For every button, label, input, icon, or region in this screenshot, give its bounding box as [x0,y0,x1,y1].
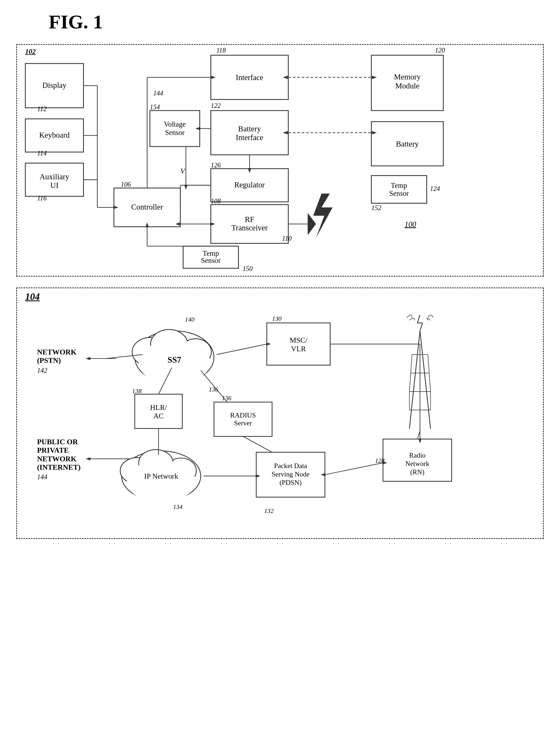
svg-text:132: 132 [264,507,274,514]
svg-text:Interface: Interface [236,73,263,82]
svg-text:(PSTN): (PSTN) [37,356,61,364]
svg-text:136: 136 [209,386,218,393]
svg-text:120: 120 [435,46,445,54]
svg-text:152: 152 [371,204,381,212]
bottom-section: 104 NETWORK (PSTN) 142 PUBLIC OR PRIVATE… [16,287,544,539]
svg-text:Keyboard: Keyboard [39,131,70,139]
svg-marker-84 [313,194,333,238]
svg-text:V: V [181,167,186,175]
svg-text:Serving Node: Serving Node [272,470,310,478]
bottom-section-ref: 104 [25,291,40,302]
svg-line-137 [417,315,420,323]
svg-text:PRIVATE: PRIVATE [37,446,69,454]
svg-text:144: 144 [153,90,163,97]
svg-line-168 [417,431,420,439]
svg-text:116: 116 [37,194,47,202]
svg-text:(PDSN): (PDSN) [279,479,302,486]
svg-text:NETWORK: NETWORK [37,348,77,356]
top-diagram-svg: Display 112 Keyboard 114 Auxiliary UI 11… [17,45,543,276]
svg-text:RADIUS: RADIUS [230,411,256,419]
svg-marker-94 [86,357,91,360]
svg-text:Sensor: Sensor [201,256,221,264]
svg-text:Module: Module [395,82,419,90]
svg-text:Sensor: Sensor [165,128,185,136]
svg-text:Sensor: Sensor [389,189,409,197]
svg-marker-96 [86,457,91,460]
bottom-diagram-svg: NETWORK (PSTN) 142 PUBLIC OR PRIVATE NET… [28,302,532,523]
top-section: 102 Display 112 Keyboard 114 Auxiliary U… [16,44,544,277]
svg-line-147 [428,355,429,373]
svg-line-159 [243,436,272,452]
svg-text:Temp: Temp [391,182,407,190]
figure-title: FIG. 1 [49,11,103,33]
svg-line-149 [429,373,431,392]
svg-line-152 [217,344,267,355]
svg-text:NETWORK: NETWORK [37,455,77,463]
svg-text:UI: UI [50,181,58,190]
svg-text:106: 106 [121,181,131,188]
svg-text:Server: Server [234,419,252,427]
svg-text:Battery: Battery [238,124,261,133]
svg-text:108: 108 [211,197,221,205]
svg-text:124: 124 [430,185,440,192]
svg-line-148 [409,373,411,392]
svg-text:IP Network: IP Network [144,472,178,480]
svg-text:Radio: Radio [409,451,426,459]
svg-text:Network: Network [405,460,429,467]
svg-text:Transceiver: Transceiver [231,223,268,232]
svg-text:PUBLIC OR: PUBLIC OR [37,438,78,446]
svg-text:142: 142 [37,366,48,374]
diagram-container: 102 Display 112 Keyboard 114 Auxiliary U… [16,44,544,539]
svg-text:Packet Data: Packet Data [274,462,307,469]
svg-text:VLR: VLR [291,345,306,353]
svg-text:Battery: Battery [396,139,419,148]
svg-text:Controller: Controller [131,202,163,211]
svg-line-163 [325,463,383,475]
svg-text:Voltage: Voltage [164,120,186,128]
svg-text:136: 136 [222,394,231,401]
svg-text:138: 138 [132,388,142,394]
svg-text:Interface: Interface [236,133,263,142]
svg-text:Memory: Memory [394,72,421,81]
svg-line-141 [420,331,430,428]
svg-text:114: 114 [37,150,47,157]
svg-text:154: 154 [150,103,160,110]
svg-text:112: 112 [37,105,47,112]
svg-text:Auxiliary: Auxiliary [39,172,69,181]
svg-text:HLR/: HLR/ [150,403,167,412]
svg-marker-72 [308,213,316,235]
svg-text:(RN): (RN) [410,468,425,476]
svg-text:150: 150 [243,265,253,272]
svg-text:144: 144 [37,473,48,481]
svg-line-140 [409,331,420,428]
svg-text:Display: Display [42,81,67,90]
svg-text:MSC/: MSC/ [290,336,308,344]
svg-point-102 [142,347,170,368]
svg-point-103 [181,347,205,365]
svg-text:110: 110 [282,235,292,242]
svg-text:140: 140 [185,316,194,323]
svg-text:AC: AC [153,412,164,420]
svg-line-139 [420,323,423,331]
svg-text:134: 134 [173,503,183,510]
svg-text:130: 130 [272,315,282,322]
svg-text:Regulator: Regulator [234,181,265,189]
svg-line-146 [411,355,412,373]
svg-text:(INTERNET): (INTERNET) [37,463,81,471]
svg-text:118: 118 [216,46,226,54]
svg-text:126: 126 [211,161,221,169]
svg-text:122: 122 [211,102,221,109]
svg-text:SS7: SS7 [167,355,181,364]
svg-text:RF: RF [245,215,254,224]
svg-text:100: 100 [404,220,416,228]
